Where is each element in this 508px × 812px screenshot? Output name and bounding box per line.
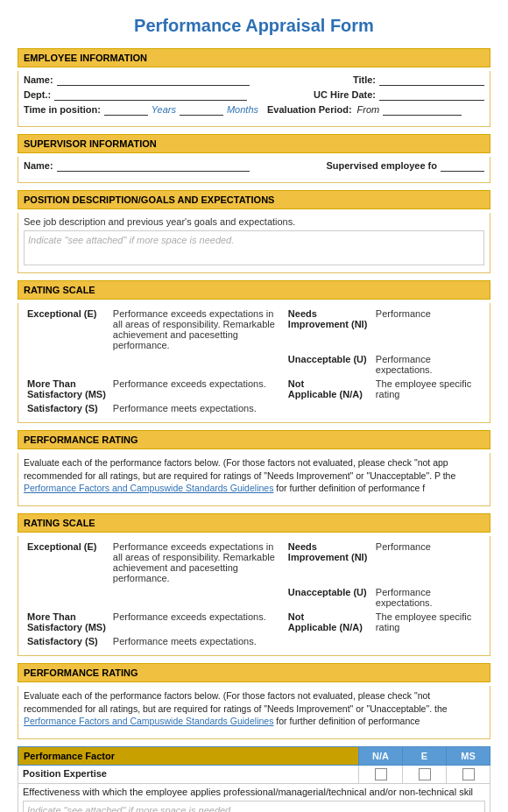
- performance-rating-content-1: Evaluate each of the performance factors…: [18, 453, 490, 506]
- exceptional-label-2: Exceptional (E): [24, 540, 109, 585]
- unacceptable-label-1: Unacceptable (U): [285, 352, 372, 377]
- dept-hire-row: Dept.: UC Hire Date:: [24, 89, 484, 101]
- employee-info-section: EMPLOYEE INFORMATION Name: Title: Dept.:…: [18, 48, 490, 127]
- performance-rating-header-2: PERFORMANCE RATING: [18, 663, 490, 682]
- supervised-field[interactable]: [441, 160, 484, 172]
- position-expertise-desc-row: Effectiveness with which the employee ap…: [18, 784, 490, 812]
- perf-text-after-link-2: for further definition of performance: [273, 716, 420, 726]
- ms-desc-1: Performance exceeds expectations.: [109, 377, 285, 401]
- position-expertise-name: Position Expertise: [23, 768, 107, 779]
- position-desc-section: POSITION DESCRIPTION/GOALS AND EXPECTATI…: [18, 190, 490, 273]
- uc-hire-label: UC Hire Date:: [314, 89, 376, 100]
- position-desc-header: POSITION DESCRIPTION/GOALS AND EXPECTATI…: [18, 190, 490, 209]
- unacceptable-label-2: Unacceptable (U): [285, 585, 372, 610]
- perf-link-1[interactable]: Performance Factors and Campuswide Stand…: [24, 483, 273, 493]
- ms-checkbox[interactable]: [462, 768, 475, 780]
- position-desc-textarea[interactable]: Indicate "see attached" if more space is…: [24, 230, 484, 265]
- needs-improve-desc-1: Performance: [372, 307, 484, 352]
- years-label: Years: [152, 104, 176, 115]
- supervisor-name-label: Name:: [24, 160, 53, 171]
- rating-scale-section-1: RATING SCALE Exceptional (E) Performance…: [18, 280, 490, 423]
- name-title-row: Name: Title:: [24, 74, 484, 86]
- performance-rating-section-1: PERFORMANCE RATING Evaluate each of the …: [18, 430, 490, 506]
- months-field[interactable]: [180, 104, 223, 116]
- supervisor-info-content: Name: Supervised employee fo: [18, 157, 490, 183]
- rating-row-s-1: Satisfactory (S) Performance meets expec…: [24, 401, 484, 415]
- rating-row-exceptional-1: Exceptional (E) Performance exceeds expe…: [24, 307, 484, 352]
- na-checkbox[interactable]: [375, 768, 387, 780]
- exceptional-label-1: Exceptional (E): [24, 307, 109, 352]
- name-field[interactable]: [57, 74, 250, 86]
- rating-scale-content-2: Exceptional (E) Performance exceeds expe…: [18, 536, 490, 656]
- col-ms-header: MS: [447, 747, 490, 766]
- time-label: Time in position:: [24, 104, 101, 115]
- rating-scale-table-1: Exceptional (E) Performance exceeds expe…: [24, 307, 484, 415]
- perf-factor-table: Performance Factor N/A E MS Position Exp…: [18, 746, 490, 812]
- position-expertise-placeholder: Indicate "see attached" if more space is…: [27, 805, 233, 812]
- col-e-header: E: [403, 747, 447, 766]
- performance-rating-content-2: Evaluate each of the performance factors…: [18, 686, 490, 739]
- unacceptable-desc-2: Performance expectations.: [372, 585, 484, 610]
- na-desc-1: The employee specific rating: [372, 377, 484, 401]
- position-expertise-textarea[interactable]: Indicate "see attached" if more space is…: [23, 801, 485, 812]
- eval-from-field[interactable]: [383, 104, 462, 116]
- title-label: Title:: [353, 74, 376, 85]
- needs-improve-label-1: NeedsImprovement (NI): [285, 307, 372, 352]
- eval-label: Evaluation Period:: [267, 104, 352, 115]
- rating-scale-header-2: RATING SCALE: [18, 513, 490, 533]
- s-label-2: Satisfactory (S): [24, 634, 109, 648]
- rating-scale-section-2: RATING SCALE Exceptional (E) Performance…: [18, 513, 490, 656]
- position-expertise-e-check[interactable]: [403, 766, 447, 784]
- supervisor-name-field[interactable]: [57, 160, 250, 172]
- rating-scale-table-2: Exceptional (E) Performance exceeds expe…: [24, 540, 484, 648]
- dept-field[interactable]: [54, 89, 247, 101]
- supervisor-name-row: Name: Supervised employee fo: [24, 160, 484, 172]
- perf-text-after-link-1: for further definition of performance f: [273, 483, 425, 493]
- position-desc-content: See job description and previous year's …: [18, 213, 490, 273]
- performance-rating-text-1: Evaluate each of the performance factors…: [24, 456, 484, 495]
- position-expertise-desc: Effectiveness with which the employee ap…: [23, 787, 485, 797]
- supervisor-info-section: SUPERVISOR INFORMATION Name: Supervised …: [18, 134, 490, 183]
- supervised-label: Supervised employee fo: [326, 160, 437, 171]
- rating-row-exceptional-2: Exceptional (E) Performance exceeds expe…: [24, 540, 484, 585]
- ms-label-2: More ThanSatisfactory (MS): [24, 610, 109, 634]
- name-label: Name:: [24, 74, 53, 85]
- years-field[interactable]: [104, 104, 148, 116]
- employee-info-header: EMPLOYEE INFORMATION: [18, 48, 490, 67]
- s-desc-2: Performance meets expectations.: [109, 634, 285, 648]
- position-expertise-ms-check[interactable]: [447, 766, 490, 784]
- e-checkbox[interactable]: [419, 768, 431, 780]
- perf-factor-table-section: Performance Factor N/A E MS Position Exp…: [18, 746, 490, 812]
- rating-scale-header-1: RATING SCALE: [18, 280, 490, 300]
- ms-desc-2: Performance exceeds expectations.: [109, 610, 285, 634]
- title-field[interactable]: [379, 74, 484, 86]
- position-expertise-na-check[interactable]: [359, 766, 403, 784]
- na-label-1: NotApplicable (N/A): [285, 377, 372, 401]
- position-desc-text: See job description and previous year's …: [24, 216, 484, 227]
- page-title: Performance Appraisal Form: [18, 16, 490, 36]
- rating-row-unacceptable-2: Unacceptable (U) Performance expectation…: [24, 585, 484, 610]
- exceptional-desc-1: Performance exceeds expectations in all …: [109, 307, 285, 352]
- position-expertise-row: Position Expertise: [18, 766, 490, 784]
- from-label: From: [357, 104, 380, 115]
- position-expertise-label: Position Expertise: [18, 766, 359, 784]
- s-label-1: Satisfactory (S): [24, 401, 109, 415]
- rating-row-ms-2: More ThanSatisfactory (MS) Performance e…: [24, 610, 484, 634]
- perf-text-before-link-2: Evaluate each of the performance factors…: [24, 690, 448, 714]
- perf-text-before-link-1: Evaluate each of the performance factors…: [24, 457, 455, 481]
- col-factor-header: Performance Factor: [18, 747, 359, 766]
- months-label: Months: [227, 104, 258, 115]
- rating-row-ms-1: More ThanSatisfactory (MS) Performance e…: [24, 377, 484, 401]
- performance-rating-text-2: Evaluate each of the performance factors…: [24, 689, 484, 728]
- performance-rating-section-2: PERFORMANCE RATING Evaluate each of the …: [18, 663, 490, 739]
- perf-link-2[interactable]: Performance Factors and Campuswide Stand…: [24, 716, 273, 726]
- position-desc-placeholder: Indicate "see attached" if more space is…: [28, 235, 234, 245]
- rating-scale-content-1: Exceptional (E) Performance exceeds expe…: [18, 303, 490, 423]
- rating-row-unacceptable-1: Unacceptable (U) Performance expectation…: [24, 352, 484, 377]
- dept-label: Dept.:: [24, 89, 51, 100]
- exceptional-desc-2: Performance exceeds expectations in all …: [109, 540, 285, 585]
- employee-info-content: Name: Title: Dept.: UC Hire Date: Time i…: [18, 71, 490, 127]
- uc-hire-field[interactable]: [379, 89, 484, 101]
- s-desc-1: Performance meets expectations.: [109, 401, 285, 415]
- performance-rating-header-1: PERFORMANCE RATING: [18, 430, 490, 449]
